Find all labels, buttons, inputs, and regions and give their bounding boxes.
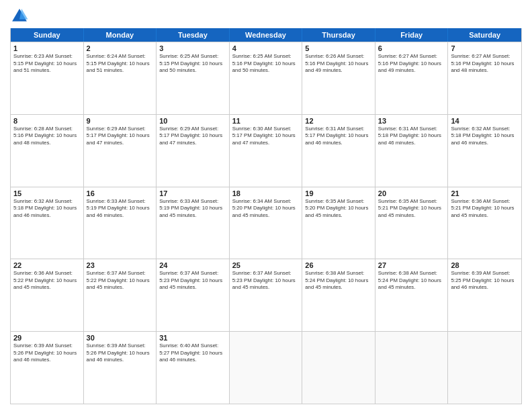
day-number: 15 [13, 189, 81, 197]
day-number: 22 [13, 261, 81, 269]
calendar-cell: 13Sunrise: 6:31 AM Sunset: 5:18 PM Dayli… [375, 115, 449, 187]
calendar-cell: 21Sunrise: 6:36 AM Sunset: 5:21 PM Dayli… [448, 187, 521, 259]
calendar-cell: 29Sunrise: 6:39 AM Sunset: 5:26 PM Dayli… [11, 332, 84, 404]
cell-info: Sunrise: 6:39 AM Sunset: 5:25 PM Dayligh… [451, 270, 519, 291]
day-number: 18 [232, 189, 300, 197]
calendar-body: 1Sunrise: 6:23 AM Sunset: 5:15 PM Daylig… [11, 42, 521, 404]
header [10, 7, 522, 26]
day-number: 11 [232, 117, 300, 125]
cell-info: Sunrise: 6:33 AM Sunset: 5:19 PM Dayligh… [159, 198, 226, 220]
cell-info: Sunrise: 6:35 AM Sunset: 5:21 PM Dayligh… [378, 198, 445, 220]
cell-info: Sunrise: 6:24 AM Sunset: 5:15 PM Dayligh… [87, 53, 154, 75]
weekday-header: Friday [375, 28, 449, 42]
day-number: 5 [305, 44, 372, 52]
weekday-header: Wednesday [230, 28, 303, 42]
cell-info: Sunrise: 6:34 AM Sunset: 5:20 PM Dayligh… [232, 198, 300, 220]
cell-info: Sunrise: 6:29 AM Sunset: 5:17 PM Dayligh… [159, 126, 226, 147]
day-number: 3 [159, 44, 226, 52]
svg-marker-1 [19, 9, 28, 19]
cell-info: Sunrise: 6:37 AM Sunset: 5:22 PM Dayligh… [87, 270, 154, 291]
cell-info: Sunrise: 6:33 AM Sunset: 5:19 PM Dayligh… [87, 198, 154, 220]
cell-info: Sunrise: 6:36 AM Sunset: 5:21 PM Dayligh… [451, 198, 519, 220]
weekday-header: Sunday [11, 28, 84, 42]
day-number: 1 [13, 44, 81, 52]
calendar-cell: 28Sunrise: 6:39 AM Sunset: 5:25 PM Dayli… [448, 259, 521, 331]
calendar-cell: 11Sunrise: 6:30 AM Sunset: 5:17 PM Dayli… [230, 115, 303, 187]
calendar-cell: 16Sunrise: 6:33 AM Sunset: 5:19 PM Dayli… [84, 187, 157, 259]
day-number: 14 [451, 117, 519, 125]
day-number: 6 [378, 44, 445, 52]
logo [10, 7, 32, 26]
calendar-cell: 22Sunrise: 6:36 AM Sunset: 5:22 PM Dayli… [11, 259, 84, 331]
calendar-cell: 7Sunrise: 6:27 AM Sunset: 5:16 PM Daylig… [448, 42, 521, 114]
cell-info: Sunrise: 6:38 AM Sunset: 5:24 PM Dayligh… [305, 270, 372, 291]
calendar-cell: 23Sunrise: 6:37 AM Sunset: 5:22 PM Dayli… [84, 259, 157, 331]
calendar-row: 22Sunrise: 6:36 AM Sunset: 5:22 PM Dayli… [11, 259, 521, 331]
cell-info: Sunrise: 6:29 AM Sunset: 5:17 PM Dayligh… [87, 126, 154, 147]
calendar-cell: 26Sunrise: 6:38 AM Sunset: 5:24 PM Dayli… [302, 259, 375, 331]
calendar-cell: 20Sunrise: 6:35 AM Sunset: 5:21 PM Dayli… [375, 187, 449, 259]
cell-info: Sunrise: 6:31 AM Sunset: 5:18 PM Dayligh… [378, 126, 445, 147]
calendar-cell: 10Sunrise: 6:29 AM Sunset: 5:17 PM Dayli… [157, 115, 230, 187]
day-number: 7 [451, 44, 519, 52]
logo-icon [10, 7, 29, 26]
calendar-cell: 1Sunrise: 6:23 AM Sunset: 5:15 PM Daylig… [11, 42, 84, 114]
day-number: 13 [378, 117, 445, 125]
cell-info: Sunrise: 6:38 AM Sunset: 5:24 PM Dayligh… [378, 270, 445, 291]
calendar-cell [302, 332, 375, 404]
day-number: 21 [451, 189, 519, 197]
day-number: 28 [451, 261, 519, 269]
cell-info: Sunrise: 6:30 AM Sunset: 5:17 PM Dayligh… [232, 126, 300, 147]
day-number: 9 [87, 117, 154, 125]
day-number: 31 [159, 334, 226, 342]
day-number: 12 [305, 117, 372, 125]
cell-info: Sunrise: 6:25 AM Sunset: 5:16 PM Dayligh… [232, 53, 300, 75]
day-number: 4 [232, 44, 300, 52]
calendar-row: 15Sunrise: 6:32 AM Sunset: 5:18 PM Dayli… [11, 187, 521, 259]
weekday-header: Thursday [302, 28, 375, 42]
cell-info: Sunrise: 6:27 AM Sunset: 5:16 PM Dayligh… [378, 53, 445, 75]
cell-info: Sunrise: 6:31 AM Sunset: 5:17 PM Dayligh… [305, 126, 372, 147]
calendar-cell: 12Sunrise: 6:31 AM Sunset: 5:17 PM Dayli… [302, 115, 375, 187]
day-number: 24 [159, 261, 226, 269]
calendar-header: SundayMondayTuesdayWednesdayThursdayFrid… [11, 28, 521, 42]
day-number: 10 [159, 117, 226, 125]
weekday-header: Tuesday [157, 28, 230, 42]
day-number: 8 [13, 117, 81, 125]
cell-info: Sunrise: 6:39 AM Sunset: 5:26 PM Dayligh… [13, 342, 81, 364]
weekday-header: Monday [84, 28, 157, 42]
calendar-cell: 31Sunrise: 6:40 AM Sunset: 5:27 PM Dayli… [157, 332, 230, 404]
page: SundayMondayTuesdayWednesdayThursdayFrid… [0, 0, 532, 411]
calendar-cell: 6Sunrise: 6:27 AM Sunset: 5:16 PM Daylig… [375, 42, 449, 114]
day-number: 30 [87, 334, 154, 342]
calendar-cell: 8Sunrise: 6:28 AM Sunset: 5:16 PM Daylig… [11, 115, 84, 187]
calendar-cell: 9Sunrise: 6:29 AM Sunset: 5:17 PM Daylig… [84, 115, 157, 187]
cell-info: Sunrise: 6:37 AM Sunset: 5:23 PM Dayligh… [159, 270, 226, 291]
day-number: 23 [87, 261, 154, 269]
calendar-cell [230, 332, 303, 404]
cell-info: Sunrise: 6:39 AM Sunset: 5:26 PM Dayligh… [87, 342, 154, 364]
calendar-cell: 18Sunrise: 6:34 AM Sunset: 5:20 PM Dayli… [230, 187, 303, 259]
cell-info: Sunrise: 6:35 AM Sunset: 5:20 PM Dayligh… [305, 198, 372, 220]
cell-info: Sunrise: 6:40 AM Sunset: 5:27 PM Dayligh… [159, 342, 226, 364]
day-number: 27 [378, 261, 445, 269]
calendar-row: 1Sunrise: 6:23 AM Sunset: 5:15 PM Daylig… [11, 42, 521, 114]
calendar-cell [448, 332, 521, 404]
cell-info: Sunrise: 6:36 AM Sunset: 5:22 PM Dayligh… [13, 270, 81, 291]
calendar-cell: 25Sunrise: 6:37 AM Sunset: 5:23 PM Dayli… [230, 259, 303, 331]
day-number: 29 [13, 334, 81, 342]
cell-info: Sunrise: 6:25 AM Sunset: 5:15 PM Dayligh… [159, 53, 226, 75]
calendar-row: 29Sunrise: 6:39 AM Sunset: 5:26 PM Dayli… [11, 331, 521, 404]
calendar-cell: 30Sunrise: 6:39 AM Sunset: 5:26 PM Dayli… [84, 332, 157, 404]
cell-info: Sunrise: 6:32 AM Sunset: 5:18 PM Dayligh… [13, 198, 81, 220]
calendar-row: 8Sunrise: 6:28 AM Sunset: 5:16 PM Daylig… [11, 114, 521, 187]
cell-info: Sunrise: 6:37 AM Sunset: 5:23 PM Dayligh… [232, 270, 300, 291]
day-number: 16 [87, 189, 154, 197]
calendar-cell: 27Sunrise: 6:38 AM Sunset: 5:24 PM Dayli… [375, 259, 449, 331]
cell-info: Sunrise: 6:32 AM Sunset: 5:18 PM Dayligh… [451, 126, 519, 147]
calendar-cell: 2Sunrise: 6:24 AM Sunset: 5:15 PM Daylig… [84, 42, 157, 114]
calendar-cell: 3Sunrise: 6:25 AM Sunset: 5:15 PM Daylig… [157, 42, 230, 114]
calendar: SundayMondayTuesdayWednesdayThursdayFrid… [10, 28, 522, 404]
calendar-cell: 5Sunrise: 6:26 AM Sunset: 5:16 PM Daylig… [302, 42, 375, 114]
day-number: 17 [159, 189, 226, 197]
